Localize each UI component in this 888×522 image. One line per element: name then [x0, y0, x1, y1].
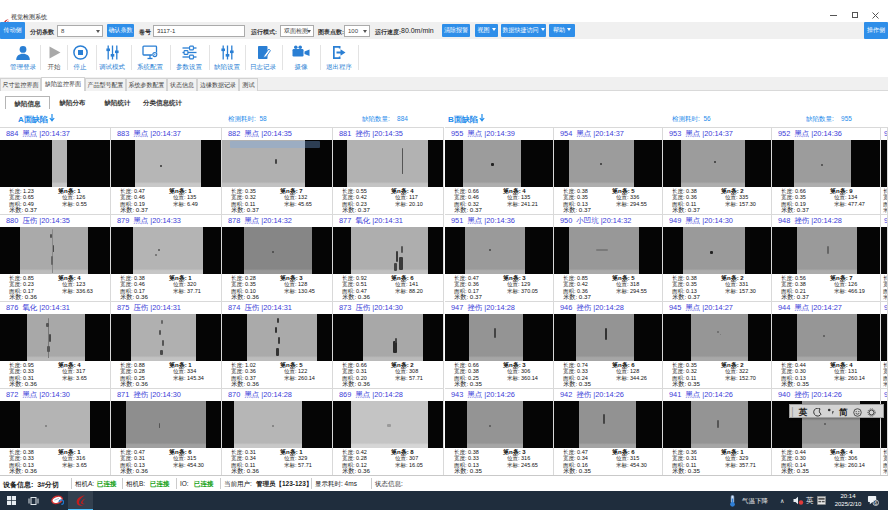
svg-text:6: 6 [874, 500, 877, 506]
